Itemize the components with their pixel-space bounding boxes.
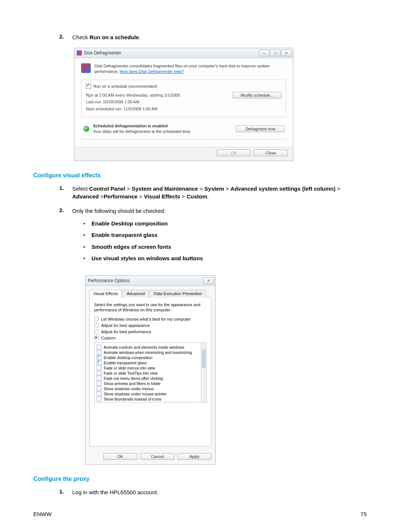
step-number: 1. <box>59 488 72 496</box>
effect-checkbox[interactable] <box>97 391 101 396</box>
tab-description: Select the settings you want to use for … <box>94 302 207 313</box>
modify-schedule-button[interactable]: Modify schedule... <box>233 92 281 98</box>
step-text: Select Control Panel > System and Mainte… <box>72 185 367 200</box>
defrag-icon <box>81 63 91 73</box>
effect-checkbox[interactable] <box>97 386 101 391</box>
bullet-item: Enable Desktop composition <box>83 220 367 227</box>
scrollbar[interactable] <box>201 343 206 402</box>
step-suffix: . <box>139 34 140 40</box>
bullet-icon <box>83 231 91 239</box>
effect-label: Enable desktop composition <box>104 355 152 360</box>
proxy-step-1: 1. Log in with the HPL65500 account. <box>59 488 367 496</box>
effect-label: Enable transparent glass <box>104 361 147 365</box>
step-number: 1. <box>59 185 72 200</box>
tab-strip: Visual Effects Advanced Data Execution P… <box>89 290 211 298</box>
minimize-button[interactable]: — <box>259 50 269 56</box>
cancel-button[interactable]: Cancel <box>140 453 174 460</box>
close-button[interactable]: Close <box>254 150 288 156</box>
radio-let-windows[interactable] <box>94 317 99 321</box>
bullet-item: Use visual styles on windows and buttons <box>83 255 367 262</box>
effect-row: Show preview and filters in folder <box>97 381 200 386</box>
apply-button[interactable]: Apply <box>177 453 211 460</box>
step-number: 2. <box>59 207 72 269</box>
performance-options-window: Performance Options ✕ Visual Effects Adv… <box>85 275 216 465</box>
bullet-text: Use visual styles on windows and buttons <box>91 255 203 262</box>
ok-button[interactable]: OK <box>103 453 137 460</box>
bullet-item: Enable transparent glass <box>83 231 367 239</box>
effect-label: Show thumbnails instead of icons <box>104 397 161 401</box>
bullet-text: Smooth edges of screen fonts <box>91 243 171 251</box>
effect-checkbox[interactable] <box>97 365 101 370</box>
radio-label: Adjust for best performance <box>101 329 151 334</box>
run-on-schedule-label: Run on a schedule (recommended) <box>93 84 157 88</box>
effect-row: Fade or slide ToolTips into view <box>97 371 200 375</box>
defragment-now-button[interactable]: Defragment now <box>236 126 285 132</box>
maximize-button[interactable]: ▢ <box>270 50 280 56</box>
section-proxy: Configure the proxy <box>33 476 367 482</box>
step-text: Only the following should be checked: <box>72 207 367 215</box>
bullet-text: Enable transparent glass <box>91 231 157 239</box>
step-check-schedule: 2. Check Run on a schedule. <box>59 33 367 41</box>
effect-label: Fade out menu items after clicking <box>104 376 163 381</box>
bullet-icon <box>83 243 91 251</box>
run-on-schedule-checkbox[interactable] <box>86 84 91 89</box>
close-window-button[interactable]: ✕ <box>281 50 291 56</box>
bullet-item: Smooth edges of screen fonts <box>83 243 367 251</box>
bullet-text: Enable Desktop composition <box>91 220 168 227</box>
effect-row: Fade out menu items after clicking <box>97 376 200 381</box>
radio-best-performance[interactable] <box>94 329 99 334</box>
radio-custom[interactable] <box>94 335 99 340</box>
effect-checkbox[interactable] <box>97 376 101 381</box>
step-prefix: Check <box>72 34 90 40</box>
bullet-icon <box>83 220 91 227</box>
effect-row: Animate windows when minimizing and maxi… <box>97 350 200 355</box>
effect-checkbox[interactable] <box>97 381 101 386</box>
close-window-button[interactable]: ✕ <box>203 277 214 284</box>
step-text: Check Run on a schedule. <box>72 33 367 41</box>
tab-visual-effects[interactable]: Visual Effects <box>89 290 122 298</box>
status-ok-icon <box>83 126 89 132</box>
titlebar: Disk Defragmenter — ▢ ✕ <box>74 48 293 58</box>
radio-label: Custom: <box>101 336 116 340</box>
window-title: Performance Options <box>88 278 203 283</box>
intro-row: Disk Defragmenter consolidates fragmente… <box>81 63 286 74</box>
step-text: Log in with the HPL65500 account. <box>72 488 367 496</box>
effect-label: Animate controls and elements inside win… <box>104 345 184 349</box>
effect-checkbox[interactable] <box>97 371 101 375</box>
help-link[interactable]: How does Disk Defragmenter help? <box>120 69 184 74</box>
schedule-summary: Run at 1:00 AM every Wednesday, starting… <box>86 92 180 99</box>
last-run: Last run: 10/29/2008 1:00 AM <box>86 98 180 106</box>
effect-row: Fade or slide menus into view <box>97 365 200 370</box>
status-title: Scheduled defragmentation is enabled <box>93 123 232 129</box>
schedule-group: Run on a schedule (recommended) ↖ Run at… <box>81 80 286 117</box>
effects-listbox[interactable]: Animate controls and elements inside win… <box>94 342 207 402</box>
intro-text: Disk Defragmenter consolidates fragmente… <box>94 63 286 74</box>
ok-button[interactable]: OK <box>217 150 251 156</box>
effect-label: Show shadows under mouse pointer <box>104 392 167 396</box>
effect-label: Animate windows when minimizing and maxi… <box>104 350 192 355</box>
visual-step-2: 2. Only the following should be checked:… <box>59 207 367 269</box>
section-visual-effects: Configure visual effects <box>33 172 367 179</box>
effect-label: Fade or slide ToolTips into view <box>104 371 158 375</box>
effect-row: Animate controls and elements inside win… <box>97 345 200 349</box>
radio-label: Adjust for best appearance <box>101 323 150 328</box>
effect-checkbox[interactable] <box>97 397 101 401</box>
effect-checkbox[interactable] <box>97 345 101 349</box>
effect-row: Show thumbnails instead of icons <box>97 397 200 401</box>
radio-label: Let Windows choose what's best for my co… <box>101 317 191 321</box>
effect-label: Show preview and filters in folder <box>104 381 161 386</box>
titlebar: Performance Options ✕ <box>86 276 215 286</box>
step-bold: Run on a schedule <box>90 34 139 40</box>
step-number: 2. <box>59 33 72 41</box>
footer-left: ENWW <box>33 511 51 517</box>
cursor-icon: ↖ <box>86 93 90 98</box>
effect-checkbox[interactable] <box>97 360 101 365</box>
radio-best-appearance[interactable] <box>94 323 99 328</box>
tab-dep[interactable]: Data Execution Prevention <box>150 290 206 298</box>
effect-row: Enable desktop composition <box>97 355 200 360</box>
status-row: Scheduled defragmentation is enabled You… <box>81 122 286 140</box>
disk-defragmenter-window: Disk Defragmenter — ▢ ✕ Disk Defragmente… <box>74 48 293 161</box>
effect-row: Show shadows under mouse pointer <box>97 391 200 396</box>
tab-advanced[interactable]: Advanced <box>123 290 149 298</box>
app-icon <box>77 50 82 56</box>
